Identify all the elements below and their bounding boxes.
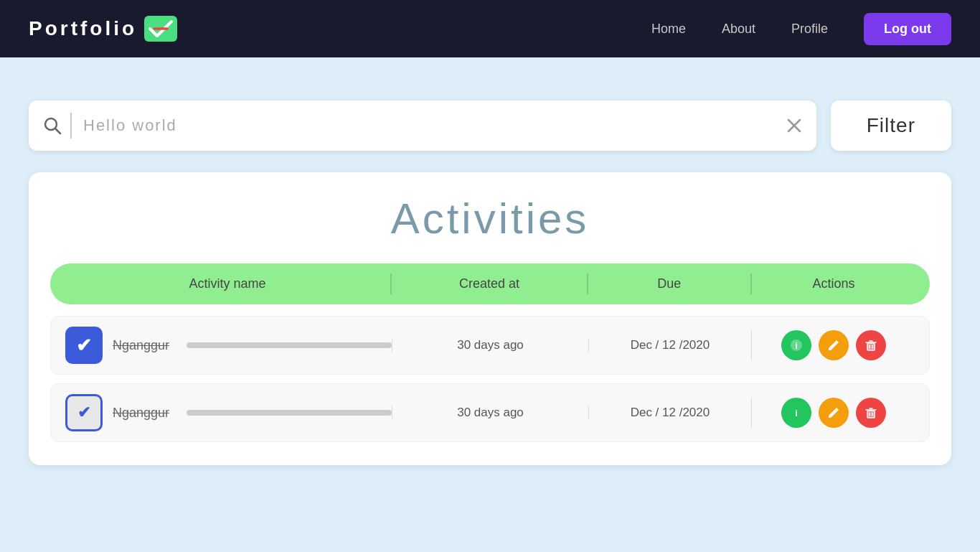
progress-bar (187, 342, 392, 348)
due-cell: Dec / 12 /2020 (588, 406, 752, 420)
avatar: ✔ (65, 327, 103, 364)
main-content: Filter Activities Activity name Created … (0, 57, 980, 494)
actions-cell: i (751, 330, 915, 360)
svg-rect-14 (867, 411, 875, 418)
delete-button[interactable] (856, 398, 886, 428)
navbar: Portfolio Home About Profile Log out (0, 0, 980, 57)
table-header: Activity name Created at Due Actions (50, 263, 930, 304)
col-created-at: Created at (392, 273, 588, 294)
nav-about[interactable]: About (722, 22, 755, 37)
progress-bar (187, 410, 392, 416)
table-row: ✔ Nganggur 30 days ago Dec / 12 /2020 i (50, 316, 930, 375)
search-icon (43, 116, 62, 135)
svg-rect-8 (867, 343, 875, 350)
filter-button[interactable]: Filter (831, 100, 951, 151)
info-button[interactable]: i (781, 398, 811, 428)
clear-icon[interactable] (786, 118, 802, 134)
search-box (29, 100, 816, 151)
svg-line-3 (55, 128, 60, 134)
info-button[interactable]: i (781, 330, 811, 360)
logo-text: Portfolio (29, 17, 137, 40)
check-icon: ✔ (76, 335, 92, 357)
activity-name: Nganggur (113, 338, 169, 353)
row-name-cell: ✔ Nganggur (65, 394, 392, 431)
edit-button[interactable] (819, 330, 849, 360)
table-row: ✔ Nganggur 30 days ago Dec / 12 /2020 i (50, 383, 930, 442)
logo-icon (144, 16, 177, 42)
created-at-cell: 30 days ago (392, 406, 588, 420)
row-name-cell: ✔ Nganggur (65, 327, 392, 364)
logo: Portfolio (29, 16, 177, 42)
nav-links: Home About Profile Log out (651, 13, 951, 45)
actions-cell: i (751, 398, 915, 428)
search-input[interactable] (83, 116, 786, 135)
activity-name: Nganggur (113, 406, 169, 421)
activities-title: Activities (50, 194, 930, 243)
col-actions: Actions (752, 273, 915, 294)
svg-text:i: i (795, 408, 798, 418)
due-cell: Dec / 12 /2020 (588, 338, 752, 352)
edit-button[interactable] (819, 398, 849, 428)
search-row: Filter (29, 100, 951, 151)
avatar: ✔ (65, 394, 103, 431)
svg-text:i: i (795, 340, 798, 351)
activities-panel: Activities Activity name Created at Due … (29, 172, 951, 465)
logout-button[interactable]: Log out (864, 13, 951, 45)
nav-profile[interactable]: Profile (791, 22, 828, 37)
col-activity-name: Activity name (65, 273, 392, 294)
created-at-cell: 30 days ago (392, 338, 588, 352)
col-due: Due (588, 273, 752, 294)
nav-home[interactable]: Home (651, 22, 686, 37)
search-divider (70, 113, 72, 139)
delete-button[interactable] (856, 330, 886, 360)
check-icon: ✔ (77, 403, 90, 422)
